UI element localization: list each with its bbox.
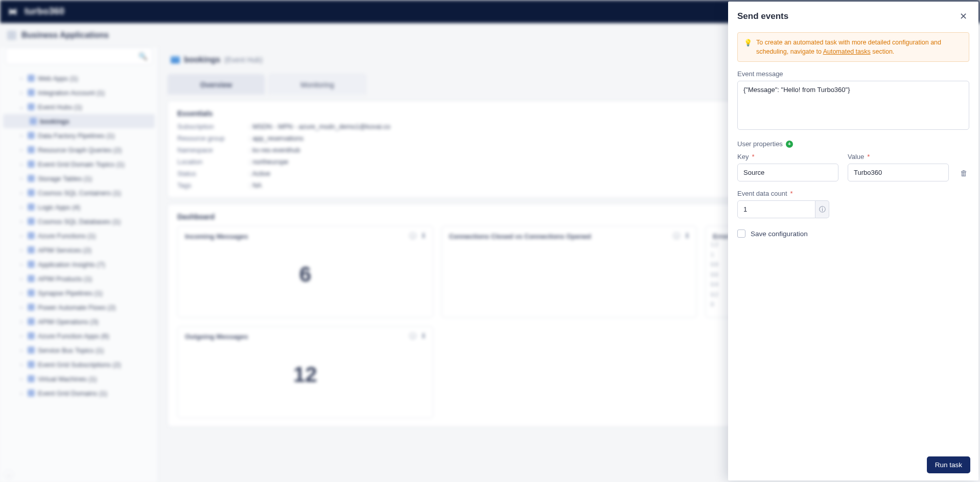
sidebar-item-label: Cosmos SQL Containers (1)	[38, 189, 121, 197]
essentials-key: Subscription	[177, 123, 244, 130]
sidebar-item[interactable]: ›Cosmos SQL Databases (1)	[3, 214, 155, 228]
resource-type-icon	[28, 218, 35, 225]
save-config-checkbox[interactable]	[737, 229, 745, 238]
sidebar-item[interactable]: ›Virtual Machines (1)	[3, 372, 155, 386]
axis-tick: 0	[711, 302, 718, 307]
automated-tasks-link[interactable]: Automated tasks	[823, 48, 871, 55]
value-input[interactable]	[848, 164, 949, 181]
count-info-icon[interactable]: ⓘ	[815, 200, 829, 218]
sidebar-item[interactable]: ›Event Grid Subscriptions (2)	[3, 357, 155, 372]
sidebar-item-label: Event Grid Domain Topics (1)	[38, 160, 125, 168]
sidebar-item-label: bookings	[40, 118, 69, 125]
sidebar-item[interactable]: ›Resource Graph Queries (2)	[3, 143, 155, 157]
info-icon[interactable]: ⓘ	[409, 332, 416, 341]
sidebar-item[interactable]: ›Web Apps (1)	[3, 71, 155, 85]
sidebar-item[interactable]: ›Synapse Pipelines (1)	[3, 286, 155, 300]
axis-tick: 0.6	[711, 272, 718, 278]
sidebar-item[interactable]: ›Azure Functions (1)	[3, 228, 155, 243]
card-connections: Connections Closed vs Connections Opened…	[441, 226, 697, 318]
info-icon[interactable]: ⓘ	[409, 232, 416, 241]
collapse-sidebar-button[interactable]: ‹	[4, 470, 13, 479]
brand-logo-icon	[7, 6, 18, 17]
tab-monitoring[interactable]: Monitoring	[269, 74, 366, 95]
sidebar-item[interactable]: ⌄Event Hubs (1)	[3, 100, 155, 114]
axis-tick: 0.4	[711, 282, 718, 287]
sidebar-item[interactable]: ›Storage Tables (1)	[3, 171, 155, 186]
chevron-icon: ›	[18, 391, 25, 396]
key-label: Key*	[737, 153, 838, 160]
sidebar-collapse-row: ‹	[0, 468, 158, 482]
axis-tick: 0.2	[711, 292, 718, 297]
card-outgoing-messages: Outgoing Messages ⓘ⬇ 12	[177, 326, 433, 418]
chevron-icon: ›	[18, 319, 25, 325]
brand-name: turbo360	[25, 6, 64, 17]
info-icon[interactable]: ⓘ	[673, 232, 680, 241]
delete-property-icon[interactable]: 🗑	[958, 169, 969, 181]
close-icon[interactable]: ✕	[958, 9, 969, 24]
sidebar-item-label: Event Grid Domains (1)	[38, 389, 107, 397]
sidebar-item[interactable]: ›Azure Function Apps (6)	[3, 329, 155, 343]
download-icon[interactable]: ⬇	[684, 232, 690, 241]
download-icon[interactable]: ⬇	[421, 332, 427, 341]
sidebar-item-label: Data Factory Pipelines (1)	[38, 132, 114, 140]
sidebar-item[interactable]: ›Cosmos SQL Containers (1)	[3, 186, 155, 200]
axis-tick: 1	[711, 252, 718, 258]
resource-type-icon	[28, 318, 35, 325]
info-banner: 💡 To create an automated task with more …	[737, 32, 969, 62]
event-message-input[interactable]	[737, 81, 969, 130]
sidebar-item[interactable]: ›Event Grid Domain Topics (1)	[3, 157, 155, 171]
sidebar-item[interactable]: ›Service Bus Topics (1)	[3, 343, 155, 357]
chevron-icon: ›	[18, 376, 25, 382]
chevron-icon: ›	[18, 162, 25, 167]
event-count-input[interactable]	[737, 200, 815, 218]
essentials-key: Namespace	[177, 146, 244, 154]
resource-type-icon	[28, 347, 35, 354]
sidebar-header-title: Business Applications	[21, 31, 109, 40]
chevron-icon: ›	[18, 348, 25, 353]
sidebar-item-label: Integration Account (1)	[38, 89, 105, 97]
sidebar-search-input[interactable]: 🔍	[5, 48, 153, 65]
sidebar-item-label: Storage Tables (1)	[38, 175, 92, 182]
resource-type-icon	[28, 332, 35, 339]
chevron-icon: ›	[18, 176, 25, 181]
resource-type-icon	[28, 132, 35, 139]
search-icon: 🔍	[138, 52, 147, 60]
tab-overview[interactable]: Overview	[168, 74, 265, 95]
resource-name: bookings	[184, 55, 220, 64]
chevron-icon: ›	[18, 305, 25, 310]
card-title: Outgoing Messages	[185, 333, 426, 340]
sidebar-item[interactable]: ›Data Factory Pipelines (1)	[3, 128, 155, 143]
resource-type-icon	[28, 289, 35, 296]
axis-tick: 1.2	[711, 242, 718, 247]
save-config-label: Save configuration	[751, 230, 808, 238]
run-task-button[interactable]: Run task	[927, 456, 970, 473]
sidebar-item[interactable]: ›APIM Services (2)	[3, 243, 155, 257]
chevron-icon: ›	[18, 362, 25, 368]
sidebar-item[interactable]: ›APIM Products (1)	[3, 271, 155, 286]
sidebar-item[interactable]: ›Event Grid Domains (1)	[3, 386, 155, 400]
resource-type-icon	[28, 146, 35, 153]
key-input[interactable]	[737, 164, 838, 181]
app-group-icon	[7, 31, 16, 40]
sidebar-item-label: APIM Products (1)	[38, 275, 92, 283]
chevron-icon: ›	[18, 333, 25, 339]
sidebar-item[interactable]: ›Integration Account (1)	[3, 85, 155, 100]
resource-type-icon	[28, 203, 35, 211]
essentials-key: Resource group	[177, 134, 244, 142]
resource-type-icon	[28, 75, 35, 82]
download-icon[interactable]: ⬇	[421, 232, 427, 241]
sidebar-item[interactable]: ›APIM Operations (3)	[3, 314, 155, 329]
sidebar-item[interactable]: ›Power Automate Flows (2)	[3, 300, 155, 314]
chevron-icon: ›	[18, 247, 25, 253]
chevron-icon: ›	[18, 147, 25, 153]
add-property-icon[interactable]: +	[786, 141, 793, 148]
sidebar-item[interactable]: ›Logic Apps (4)	[3, 200, 155, 214]
sidebar-item-label: Resource Graph Queries (2)	[38, 146, 122, 154]
sidebar-item[interactable]: ›Application Insights (7)	[3, 257, 155, 271]
chevron-icon: ⌄	[18, 104, 25, 110]
sidebar-item[interactable]: bookings	[3, 114, 155, 128]
resource-type-icon	[28, 389, 35, 397]
sidebar-item-label: Service Bus Topics (1)	[38, 347, 104, 354]
essentials-value: app_reservations	[249, 134, 390, 142]
lightbulb-icon: 💡	[744, 38, 752, 56]
